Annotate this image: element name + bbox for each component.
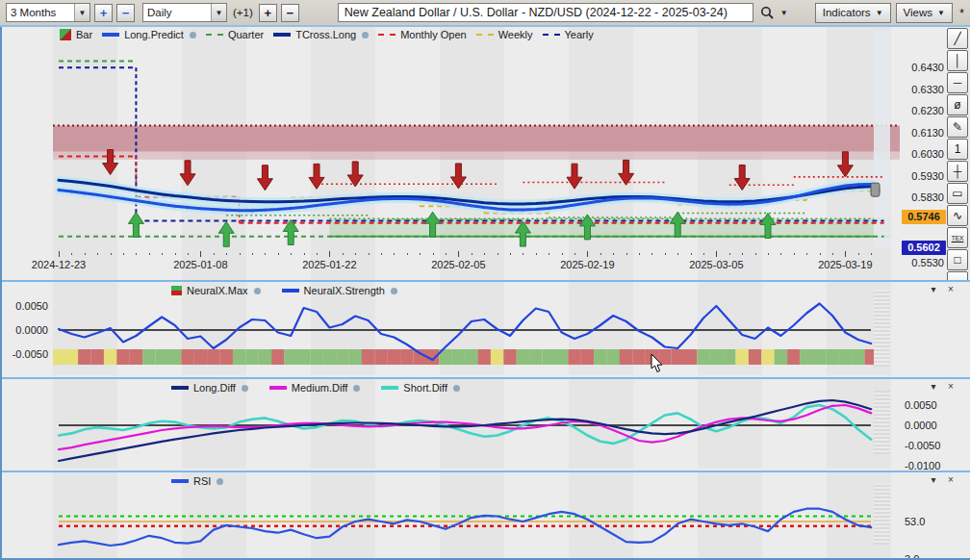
collapse-panel-icon[interactable]: ▾ [928, 474, 939, 486]
minor-tick [71, 253, 72, 255]
minor-tick [600, 253, 601, 255]
text-tool[interactable]: TEX [947, 227, 968, 248]
offset-minus-button[interactable]: − [281, 4, 299, 22]
price-chart-plot[interactable] [53, 31, 900, 247]
search-icon[interactable] [757, 3, 777, 22]
range-zoom-out-button[interactable]: − [116, 4, 135, 22]
legend-item-medium-diff[interactable]: Medium.Diff [269, 382, 360, 394]
bar-swatch-icon [60, 29, 71, 40]
legend-item-monthly-open[interactable]: Monthly Open [378, 29, 466, 40]
axis-tick-label: -0.0050 [905, 440, 953, 451]
fib-tool[interactable]: 1 [947, 139, 968, 160]
line-swatch-icon [381, 386, 398, 390]
future-area [874, 292, 890, 367]
legend-item-quarter[interactable]: Quarter [206, 29, 264, 40]
axis-tick-label: -0.0050 [4, 348, 48, 360]
neuralx-legend: NeuralX.Max NeuralX.Strength [171, 285, 397, 296]
range-zoom-in-button[interactable]: + [94, 4, 113, 22]
minor-tick [755, 253, 756, 255]
views-button[interactable]: Views ▼ [896, 3, 953, 23]
horizontal-line-tool[interactable]: ─ [947, 72, 968, 93]
date-label: 2025-03-05 [689, 259, 743, 270]
minor-tick [85, 253, 86, 255]
vertical-line-tool[interactable]: │ [947, 50, 968, 71]
line-swatch-icon [282, 289, 299, 293]
minor-tick [317, 253, 318, 255]
trend-line-tool[interactable]: ╱ [947, 28, 968, 49]
info-dot-icon[interactable] [217, 478, 223, 485]
symbol-title-field[interactable]: New Zealand Dollar / U.S. Dollar - NZD/U… [338, 3, 753, 22]
collapse-panel-icon[interactable]: ▾ [928, 284, 939, 295]
rectangle-tool[interactable]: □ [947, 249, 968, 270]
current-price-tag: 0.5602 [902, 241, 946, 255]
callout-tool[interactable]: ▭ [947, 183, 968, 204]
info-dot-icon[interactable] [190, 32, 196, 38]
legend-item-short-diff[interactable]: Short.Diff [381, 382, 460, 394]
minor-tick [484, 253, 485, 255]
minor-tick [665, 253, 666, 255]
minor-tick [188, 253, 189, 255]
legend-item-yearly[interactable]: Yearly [543, 29, 594, 40]
indicators-button[interactable]: Indicators ▼ [815, 3, 891, 23]
collapse-panel-icon[interactable]: ▾ [928, 381, 939, 393]
close-panel-icon[interactable]: × [945, 381, 957, 393]
minor-tick [574, 253, 575, 255]
minor-tick [832, 253, 833, 255]
minor-tick [343, 253, 344, 255]
neuralx-max-swatch-icon [171, 286, 182, 295]
date-label: 2025-01-22 [302, 259, 356, 270]
interval-offset-label: (+1) [233, 7, 253, 18]
price-tick-label: 0.5830 [902, 191, 944, 203]
minor-tick [162, 253, 163, 255]
symbol-dropdown-icon[interactable]: ▼ [780, 9, 788, 17]
price-tick-label: 0.6430 [902, 62, 944, 73]
info-dot-icon[interactable] [453, 385, 460, 392]
marker-tool[interactable]: ✎ [947, 116, 968, 138]
rsi-plot[interactable] [53, 474, 900, 560]
price-tick-label: 0.6330 [902, 84, 944, 95]
info-dot-icon[interactable] [242, 385, 248, 392]
neuralx-panel: NeuralX.Max NeuralX.Strength 0.00500.000… [0, 280, 970, 375]
legend-item-bar[interactable]: Bar [60, 29, 92, 40]
legend-item-long-predict[interactable]: Long.Predict [102, 29, 196, 40]
minor-tick [651, 253, 652, 255]
legend-item-tcross-long[interactable]: TCross.Long [273, 29, 369, 40]
price-tick-label: 0.5930 [902, 170, 944, 182]
wave-tool[interactable]: ∿ [947, 205, 968, 226]
info-dot-icon[interactable] [391, 288, 397, 294]
range-select[interactable]: 3 Months ▼ [6, 3, 90, 22]
legend-item-neuralx-max[interactable]: NeuralX.Max [171, 285, 261, 296]
info-dot-icon[interactable] [362, 32, 369, 38]
price-tick-label: 0.5530 [902, 257, 944, 268]
chevron-down-icon[interactable]: ▼ [211, 4, 226, 21]
legend-item-neuralx-strength[interactable]: NeuralX.Strength [282, 285, 397, 296]
close-panel-icon[interactable]: × [945, 284, 957, 295]
info-dot-icon[interactable] [353, 385, 360, 392]
minor-tick [806, 253, 807, 255]
legend-item-weekly[interactable]: Weekly [476, 29, 533, 40]
legend-item-rsi[interactable]: RSI [171, 475, 223, 487]
offset-plus-button[interactable]: + [259, 4, 277, 22]
legend-item-long-diff[interactable]: Long.Diff [171, 382, 248, 394]
pen-tool[interactable]: ø [947, 94, 968, 115]
chevron-down-icon: ▼ [876, 9, 883, 17]
minor-tick [291, 253, 292, 255]
dash-swatch-icon [543, 34, 560, 36]
modified-indicator: * [959, 6, 964, 20]
close-panel-icon[interactable]: × [945, 474, 957, 486]
dash-swatch-icon [206, 34, 223, 36]
major-tick [587, 251, 588, 257]
info-dot-icon[interactable] [254, 288, 261, 294]
line-swatch-icon [102, 33, 119, 37]
minor-tick [613, 253, 614, 255]
crosshair-tool[interactable]: ┼ [947, 161, 968, 182]
diff-plot[interactable] [53, 381, 900, 469]
minor-tick [498, 253, 498, 255]
minor-tick [446, 253, 447, 255]
minor-tick [858, 253, 859, 255]
interval-select[interactable]: Daily ▼ [142, 3, 227, 22]
date-label: 2025-02-05 [431, 259, 485, 270]
neuralx-plot[interactable] [53, 284, 900, 372]
minor-tick [536, 253, 537, 255]
chevron-down-icon[interactable]: ▼ [74, 4, 89, 21]
